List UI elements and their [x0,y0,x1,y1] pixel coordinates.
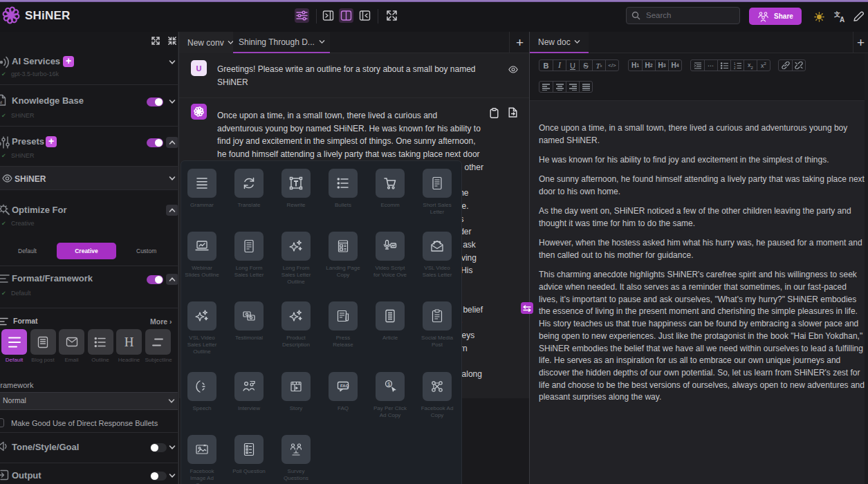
svg-text:A: A [840,16,844,23]
svg-text:AI: AI [0,100,2,104]
svg-text:1: 1 [734,62,736,66]
svg-text:2: 2 [734,66,736,69]
